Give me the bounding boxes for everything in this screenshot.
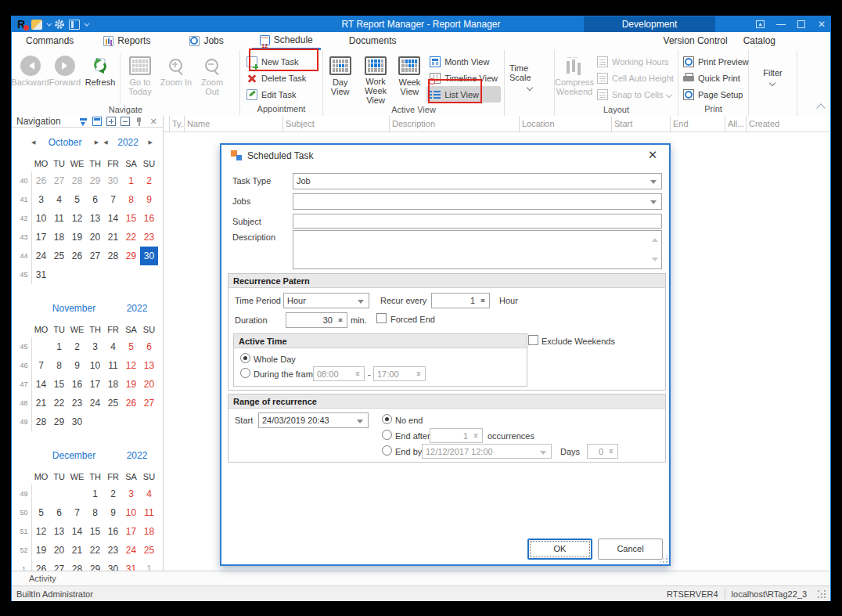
- cancel-button[interactable]: Cancel: [598, 539, 663, 560]
- activity-panel[interactable]: Activity: [12, 571, 830, 585]
- calendar-day[interactable]: 25: [104, 394, 122, 412]
- column-header-name[interactable]: Name: [185, 116, 283, 131]
- prev-month-icon[interactable]: ◀: [29, 139, 38, 146]
- calendar-day[interactable]: 1: [122, 171, 140, 190]
- task-type-combo[interactable]: Job: [293, 173, 662, 189]
- calendar-day[interactable]: 10: [86, 356, 104, 375]
- calendar-day[interactable]: 11: [50, 209, 68, 228]
- tab-schedule[interactable]: Schedule: [252, 32, 321, 50]
- tab-version-control[interactable]: Version Control: [656, 32, 736, 50]
- forward-button[interactable]: Forward: [49, 52, 81, 105]
- zoom-out-button[interactable]: Zoom Out: [193, 52, 231, 105]
- calendar-day[interactable]: 19: [68, 228, 86, 247]
- days-spinner[interactable]: 0: [587, 444, 618, 459]
- calendar-day[interactable]: 17: [86, 375, 104, 394]
- tab-reports[interactable]: Reports: [95, 32, 158, 50]
- working-hours-button[interactable]: Working Hours: [594, 53, 677, 70]
- calendar-day[interactable]: 7: [32, 356, 50, 375]
- calendar-day[interactable]: 9: [140, 190, 158, 209]
- calendar-day[interactable]: 24: [32, 247, 50, 265]
- calendar-day[interactable]: 2: [104, 485, 122, 503]
- calendar-day[interactable]: 8: [50, 356, 68, 375]
- quick-print-button[interactable]: Quick Print: [680, 70, 752, 86]
- tab-catalog[interactable]: Catalog: [736, 32, 783, 50]
- description-textarea[interactable]: [293, 230, 662, 269]
- chevron-down-icon[interactable]: [85, 20, 90, 26]
- calendar-day[interactable]: 26: [32, 171, 50, 190]
- calendar-day[interactable]: 29: [122, 247, 140, 265]
- calendar-day[interactable]: 23: [68, 394, 86, 412]
- end-after-radio[interactable]: [382, 430, 392, 440]
- exclude-weekends-checkbox[interactable]: [528, 335, 538, 345]
- ok-button[interactable]: OK: [527, 539, 592, 560]
- calendar-day[interactable]: 28: [104, 247, 122, 265]
- calendar-day[interactable]: 6: [86, 190, 104, 209]
- calendar-day[interactable]: 23: [140, 228, 158, 247]
- year-label[interactable]: 2022: [110, 137, 146, 148]
- collapse-ribbon-icon[interactable]: [816, 103, 825, 112]
- subject-input[interactable]: [293, 214, 662, 229]
- calendar-day[interactable]: 26: [68, 247, 86, 265]
- calendar-day[interactable]: 26: [122, 394, 140, 412]
- calendar-day[interactable]: 9: [68, 356, 86, 375]
- calendar-day[interactable]: 17: [32, 228, 50, 247]
- pin-icon[interactable]: [135, 117, 144, 126]
- calendar-day[interactable]: 19: [32, 541, 50, 560]
- time-period-combo[interactable]: Hour: [283, 293, 369, 308]
- restore-icon[interactable]: ▲: [756, 20, 765, 28]
- refresh-button[interactable]: Refresh: [81, 52, 119, 105]
- calendar-day[interactable]: 13: [86, 209, 104, 228]
- calendar-day[interactable]: 4: [50, 190, 68, 209]
- calendar-day[interactable]: 6: [50, 503, 68, 522]
- close-icon[interactable]: ✕: [149, 117, 158, 126]
- calendar-day[interactable]: 25: [140, 541, 158, 560]
- zoom-in-button[interactable]: Zoom In: [159, 52, 193, 105]
- cell-auto-height-button[interactable]: Cell Auto Height: [594, 70, 677, 86]
- next-month-icon[interactable]: ▶: [92, 139, 101, 146]
- calendar-day[interactable]: 20: [140, 375, 158, 394]
- calendar-day[interactable]: 21: [32, 394, 50, 412]
- snap-to-cells-button[interactable]: Snap to Cells: [594, 86, 677, 103]
- calendar-day[interactable]: 15: [122, 209, 140, 228]
- calendar-day[interactable]: 10: [32, 209, 50, 228]
- export-icon[interactable]: [31, 20, 42, 30]
- scroll-down-icon[interactable]: [652, 258, 658, 265]
- calendar-day[interactable]: 27: [140, 394, 158, 412]
- calendar-day[interactable]: 8: [122, 190, 140, 209]
- calendar-day[interactable]: 30: [140, 247, 158, 265]
- layout-icon[interactable]: [69, 20, 80, 30]
- prev-year-icon[interactable]: ◀: [101, 139, 110, 146]
- column-header-created[interactable]: Created: [747, 116, 830, 131]
- calendar-day[interactable]: 5: [68, 190, 86, 209]
- calendar-day[interactable]: 20: [86, 228, 104, 247]
- during-frame-radio[interactable]: [240, 368, 250, 378]
- calendar-day[interactable]: 20: [50, 541, 68, 560]
- calendar-day[interactable]: 10: [122, 503, 140, 522]
- calendar-day[interactable]: 15: [50, 375, 68, 394]
- calendar-day[interactable]: 27: [50, 171, 68, 190]
- calendar-day[interactable]: 30: [68, 412, 86, 431]
- calendar-day[interactable]: 27: [86, 247, 104, 265]
- whole-day-radio[interactable]: [240, 353, 250, 363]
- calendar-day[interactable]: 3: [86, 337, 104, 356]
- calendar-day[interactable]: 2: [68, 337, 86, 356]
- calendar-day[interactable]: 8: [86, 503, 104, 522]
- calendar-day[interactable]: 17: [122, 522, 140, 541]
- calendar-day[interactable]: 24: [86, 394, 104, 412]
- calendar-day[interactable]: 21: [104, 228, 122, 247]
- tab-commands[interactable]: Commands: [18, 32, 81, 50]
- column-header-description[interactable]: Description: [390, 116, 520, 131]
- tab-jobs[interactable]: Jobs: [182, 32, 231, 50]
- calendar-day[interactable]: 23: [104, 541, 122, 560]
- calendar-day[interactable]: 21: [68, 541, 86, 560]
- column-header-ty[interactable]: Ty...: [170, 116, 185, 131]
- calendar-day[interactable]: 16: [68, 375, 86, 394]
- end-by-combo[interactable]: 12/12/2017 12:00: [422, 444, 552, 459]
- recur-every-spinner[interactable]: 1: [431, 293, 490, 308]
- delete-task-button[interactable]: Delete Task: [243, 70, 309, 86]
- calendar-day[interactable]: 19: [122, 375, 140, 394]
- scroll-up-icon[interactable]: [652, 235, 658, 242]
- calendar-day[interactable]: 22: [50, 394, 68, 412]
- time-scale-button[interactable]: Time Scale: [505, 52, 554, 102]
- calendar-day[interactable]: 13: [50, 522, 68, 541]
